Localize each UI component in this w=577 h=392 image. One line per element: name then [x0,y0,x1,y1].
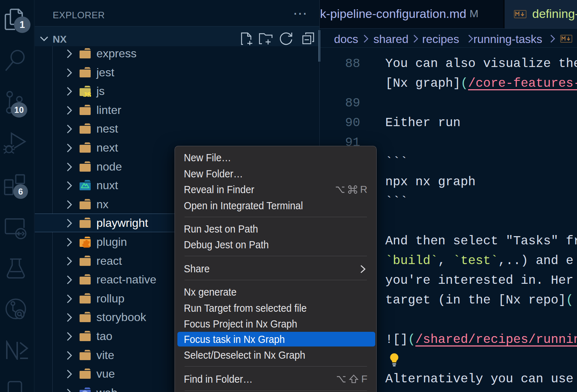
svg-text:JS: JS [83,91,91,97]
